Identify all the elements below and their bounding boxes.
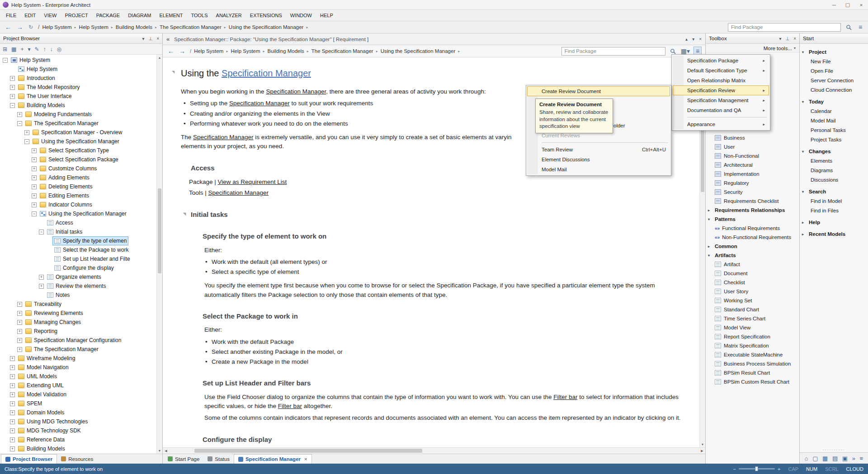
doc-link[interactable]: Specification Manager [266, 88, 326, 95]
tree-item[interactable]: +Introduction [1, 74, 156, 83]
tree-item[interactable]: +Select Specification Type [1, 146, 156, 155]
expand-box-icon[interactable]: + [10, 383, 15, 388]
close-button[interactable]: × [854, 0, 868, 9]
package-icon[interactable]: ▣ [842, 455, 848, 462]
start-section-search[interactable]: ▾Search [800, 187, 868, 196]
menu-item-team-review[interactable]: Team ReviewCtrl+Alt+U [527, 145, 670, 155]
tree-item[interactable]: +Building Models [1, 444, 156, 453]
menu-package[interactable]: PACKAGE [92, 10, 124, 21]
toolbox-item-bpsim-result-chart[interactable]: BPSim Result Chart [706, 368, 799, 377]
close-icon[interactable]: × [793, 36, 796, 41]
tree-item[interactable]: −Using the Specification Manager [1, 137, 156, 146]
tree-item[interactable]: −Building Models [1, 101, 156, 110]
scroll-up-icon[interactable]: ▲ [157, 55, 162, 61]
tree-item[interactable]: +Using MDG Technologies [1, 417, 156, 426]
scrollbar-thumb[interactable] [158, 188, 161, 274]
scroll-right-icon[interactable]: ▶ [699, 448, 705, 454]
expand-box-icon[interactable]: + [17, 302, 22, 307]
expand-box-icon[interactable]: + [17, 338, 22, 343]
tree-item[interactable]: +UML Models [1, 372, 156, 381]
start-item-server-connection[interactable]: Server Connection [800, 75, 868, 85]
toolbox-item-non-functional-requirements[interactable]: «»Non-Functional Requirements [706, 233, 799, 242]
tree-item[interactable]: Specify the type of elemen [1, 236, 156, 245]
breadcrumb-item[interactable]: The Specification Manager [311, 48, 374, 54]
start-item-open-file[interactable]: Open File [800, 66, 868, 75]
find-package-input[interactable] [728, 23, 841, 32]
scrollbar-thumb[interactable] [194, 449, 422, 453]
toolbox-item-artifact[interactable]: Artifact [706, 260, 799, 269]
toolbox-item-user[interactable]: User [706, 142, 799, 151]
maximize-button[interactable]: ▢ [841, 0, 854, 9]
menu-view[interactable]: VIEW [40, 10, 61, 21]
expand-box-icon[interactable]: + [10, 410, 15, 415]
tree-item[interactable]: +Reporting [1, 327, 156, 336]
toolbox-item-non-functional[interactable]: Non-Functional [706, 151, 799, 160]
tree-item[interactable]: +Reviewing Elements [1, 309, 156, 318]
toolbox-item-executable-statemachine[interactable]: Executable StateMachine [706, 350, 799, 359]
toolbox-item-architectural[interactable]: Architectural [706, 160, 799, 169]
tree-item[interactable]: +Model Navigation [1, 363, 156, 372]
forward-icon[interactable]: → [15, 23, 24, 31]
start-item-discussions[interactable]: Discussions [800, 175, 868, 184]
pin-icon[interactable]: ⊥ [148, 36, 152, 41]
minimize-button[interactable]: ─ [827, 0, 841, 9]
toolbox-item-matrix-specification[interactable]: Matrix Specification [706, 341, 799, 350]
move-up-icon[interactable]: ↑ [43, 46, 46, 52]
edit-icon[interactable]: ✎ [34, 46, 39, 52]
toolbox-item-model-view[interactable]: Model View [706, 323, 799, 332]
pin-icon[interactable]: ⊥ [785, 36, 789, 41]
report-icon[interactable]: ▤ [832, 455, 838, 462]
doc-link[interactable]: Filter bar [278, 403, 302, 409]
toolbox-group-common[interactable]: ▸Common [706, 242, 799, 251]
toolbox-item-time-series-chart[interactable]: Time Series Chart [706, 314, 799, 323]
expand-box-icon[interactable]: + [32, 175, 37, 180]
menu-item-specification-management[interactable]: Specification Management▸ [673, 95, 769, 105]
tree-item[interactable]: −The Specification Manager [1, 119, 156, 128]
tab-status[interactable]: Status [203, 454, 234, 464]
tree-item[interactable]: +Review the elements [1, 282, 156, 291]
tree-item[interactable]: +MDG Technology SDK [1, 426, 156, 435]
tree-item[interactable]: Notes [1, 291, 156, 300]
collapse-panel-icon[interactable]: « [166, 36, 170, 42]
expand-box-icon[interactable]: + [17, 320, 22, 325]
toolbox-group-artifacts[interactable]: ▾Artifacts [706, 251, 799, 260]
collapse-box-icon[interactable]: − [39, 230, 44, 235]
menu-project[interactable]: PROJECT [61, 10, 92, 21]
doc-link[interactable]: Specification Manager [208, 189, 269, 196]
expand-box-icon[interactable]: + [10, 437, 15, 442]
menu-item-element-discussions[interactable]: Element Discussions [527, 155, 670, 164]
tree-item[interactable]: +The Specification Manager [1, 345, 156, 354]
start-item-new-file[interactable]: New File [800, 56, 868, 66]
toolbox-item-business[interactable]: Business [706, 133, 799, 142]
menu-item-documentation-and-qa[interactable]: Documentation and QA▸ [673, 105, 769, 115]
close-icon[interactable]: × [156, 36, 159, 41]
breadcrumb-item[interactable]: Help System [193, 48, 224, 54]
zoom-slider-thumb[interactable] [755, 466, 758, 471]
tab-start-page[interactable]: Start Page [164, 454, 203, 464]
tree-item[interactable]: +Wireframe Modeling [1, 354, 156, 363]
start-section-changes[interactable]: ▾Changes [800, 147, 868, 156]
scroll-down-icon[interactable]: ▼ [700, 441, 705, 447]
tree-item[interactable]: +Select Specification Package [1, 155, 156, 164]
home-icon[interactable]: ⌂ [805, 455, 808, 462]
toolbox-item-regulatory[interactable]: Regulatory [706, 178, 799, 188]
expand-box-icon[interactable]: + [10, 356, 15, 361]
start-section-help[interactable]: ▸Help [800, 218, 868, 227]
tree-item[interactable]: +The User Interface [1, 92, 156, 101]
menu-item-create-review-document[interactable]: Create Review Document [527, 86, 670, 96]
doc-link[interactable]: Filter bar [553, 394, 577, 400]
menu-edit[interactable]: EDIT [20, 10, 40, 21]
collapse-box-icon[interactable]: − [3, 58, 8, 63]
menu-item-specification-package[interactable]: Specification Package▸ [673, 56, 769, 66]
toolbox-item-working-set[interactable]: Working Set [706, 296, 799, 305]
menu-help[interactable]: HELP [316, 10, 337, 21]
toolbox-item-document[interactable]: Document [706, 269, 799, 278]
grid-icon[interactable]: ▦ [822, 455, 828, 462]
menu-analyzer[interactable]: ANALYZER [212, 10, 246, 21]
expand-box-icon[interactable]: + [32, 202, 37, 207]
tab-resources[interactable]: Resources [57, 454, 97, 464]
breadcrumb-item[interactable]: Building Models [115, 24, 153, 30]
find-package-input[interactable] [561, 47, 665, 56]
expand-box-icon[interactable]: + [17, 347, 22, 352]
toolbox-group-patterns[interactable]: ▾Patterns [706, 215, 799, 224]
